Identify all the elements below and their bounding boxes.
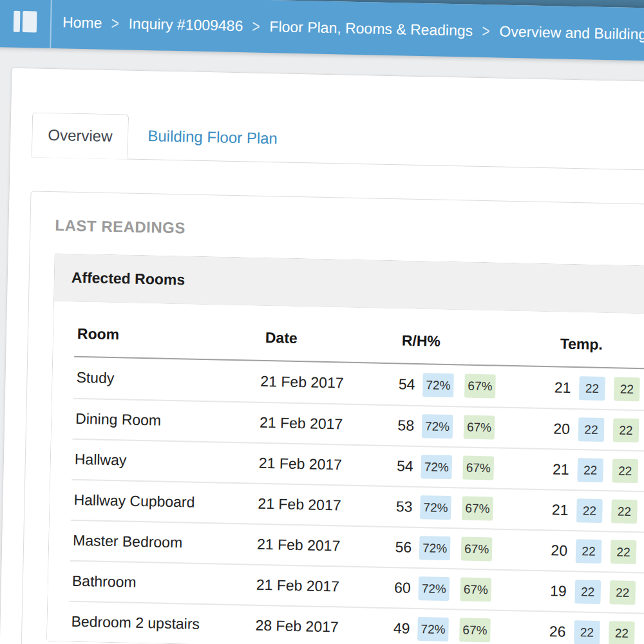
split-panel-icon: [14, 10, 37, 32]
panel-title: Affected Rooms: [71, 269, 185, 289]
column-header-room: Room: [75, 325, 262, 346]
temp-cell: 26 22 22: [520, 619, 635, 644]
rh-badge-green: 67%: [459, 618, 491, 642]
rh-cell: 49 72% 67%: [377, 616, 521, 643]
column-header-rh: R/H%: [384, 331, 441, 350]
last-readings-panel: LAST READINGS Affected Rooms Room Date R…: [20, 191, 644, 644]
temp-badge-green: 22: [609, 580, 636, 605]
breadcrumb-floor-plan[interactable]: Floor Plan, Rooms & Readings: [269, 18, 473, 40]
temp-value: 19: [521, 582, 567, 600]
rh-cell: 53 72% 67%: [380, 495, 524, 522]
sidebar-toggle-button[interactable]: [0, 0, 52, 48]
rh-cell: 58 72% 67%: [382, 413, 526, 440]
temp-value: 21: [523, 500, 569, 518]
date-cell: 21 Feb 2017: [260, 373, 383, 393]
temp-value: 21: [524, 460, 569, 478]
temp-badge-green: 22: [612, 459, 638, 483]
temp-value: 26: [520, 622, 566, 640]
rh-badge-green: 67%: [460, 577, 491, 601]
temp-badge-green: 22: [609, 621, 635, 644]
temp-badge-blue: 22: [577, 458, 603, 482]
temp-badge-blue: 22: [576, 498, 603, 523]
temp-badge-blue: 22: [574, 620, 600, 644]
rh-badge-green: 67%: [464, 374, 496, 399]
temp-badge-blue: 22: [579, 376, 605, 401]
rh-badge-green: 67%: [464, 415, 495, 439]
room-cell: Study: [73, 369, 261, 390]
temp-badge-green: 22: [611, 540, 637, 564]
temp-cell: 21 22 22: [526, 375, 640, 401]
temp-badge-green: 22: [611, 499, 638, 524]
readings-table: Room Date R/H% Temp. Study 21 Feb 2017 5…: [47, 301, 644, 644]
temp-badge-blue: 22: [576, 539, 602, 564]
rh-badge-blue: 72%: [420, 495, 451, 520]
temp-value: 20: [525, 419, 571, 437]
rh-value: 53: [380, 498, 413, 516]
affected-rooms-panel: Affected Rooms Room Date R/H% Temp. Stud…: [46, 253, 644, 644]
rh-badge-blue: 72%: [419, 536, 451, 560]
temp-cell: 19 22 22: [521, 578, 636, 605]
rh-badge-blue: 72%: [418, 576, 450, 601]
room-cell: Master Bedroom: [70, 532, 258, 553]
chevron-right-icon: >: [482, 21, 490, 42]
breadcrumb: Home > Inquiry #1009486 > Floor Plan, Ro…: [62, 12, 644, 44]
temp-badge-green: 22: [613, 418, 639, 442]
breadcrumb-home[interactable]: Home: [62, 14, 102, 32]
rh-value: 49: [377, 620, 410, 638]
temp-badge-blue: 22: [574, 580, 601, 604]
chevron-right-icon: >: [252, 15, 261, 37]
rh-value: 60: [379, 579, 412, 597]
room-cell: Bedroom 2 upstairs: [68, 613, 256, 634]
column-header-date: Date: [261, 328, 384, 348]
breadcrumb-inquiry[interactable]: Inquiry #1009486: [128, 15, 243, 35]
rh-badge-blue: 72%: [422, 373, 454, 397]
date-cell: 21 Feb 2017: [256, 576, 379, 596]
temp-value: 20: [522, 541, 568, 559]
date-cell: 21 Feb 2017: [260, 414, 383, 434]
temp-value: 21: [526, 378, 571, 396]
tab-overview[interactable]: Overview: [32, 112, 129, 159]
temp-cell: 21 22 22: [523, 497, 638, 524]
rh-cell: 54 72% 67%: [381, 454, 524, 481]
tab-building-floor-plan[interactable]: Building Floor Plan: [147, 127, 278, 162]
room-cell: Dining Room: [73, 410, 260, 431]
rh-badge-green: 67%: [462, 496, 493, 520]
rh-badge-blue: 72%: [417, 617, 449, 641]
temp-badge-green: 22: [614, 377, 640, 401]
rh-badge-blue: 72%: [422, 414, 453, 439]
section-title: LAST READINGS: [55, 216, 644, 248]
rh-cell: 60 72% 67%: [378, 576, 522, 603]
rh-value: 56: [379, 538, 412, 556]
date-cell: 21 Feb 2017: [258, 495, 381, 515]
tab-bar: Overview Building Floor Plan: [32, 111, 644, 171]
rh-value: 54: [381, 457, 414, 475]
app-header: Home > Inquiry #1009486 > Floor Plan, Ro…: [0, 0, 644, 62]
date-cell: 21 Feb 2017: [259, 455, 382, 475]
room-cell: Hallway Cupboard: [71, 491, 258, 513]
room-cell: Hallway: [72, 451, 260, 472]
column-header-temp: Temp.: [527, 334, 603, 353]
rh-cell: 56 72% 67%: [379, 535, 523, 562]
content-card: Overview Building Floor Plan LAST READIN…: [0, 68, 644, 644]
temp-badge-blue: 22: [578, 417, 605, 442]
temp-cell: 20 22 22: [525, 416, 639, 442]
rh-badge-green: 67%: [461, 536, 493, 561]
rh-value: 54: [383, 375, 415, 393]
breadcrumb-current-page: Overview and Building: [499, 23, 644, 43]
room-cell: Bathroom: [70, 573, 257, 594]
rh-badge-green: 67%: [462, 455, 494, 480]
temp-cell: 21 22 22: [524, 457, 638, 483]
rh-value: 58: [382, 417, 415, 435]
rh-badge-blue: 72%: [421, 455, 452, 479]
temp-cell: 20 22 22: [522, 538, 637, 564]
rh-cell: 54 72% 67%: [383, 372, 526, 399]
date-cell: 21 Feb 2017: [257, 536, 380, 556]
date-cell: 28 Feb 2017: [255, 617, 378, 637]
rotated-app-canvas: Home > Inquiry #1009486 > Floor Plan, Ro…: [0, 0, 644, 644]
chevron-right-icon: >: [111, 13, 120, 34]
